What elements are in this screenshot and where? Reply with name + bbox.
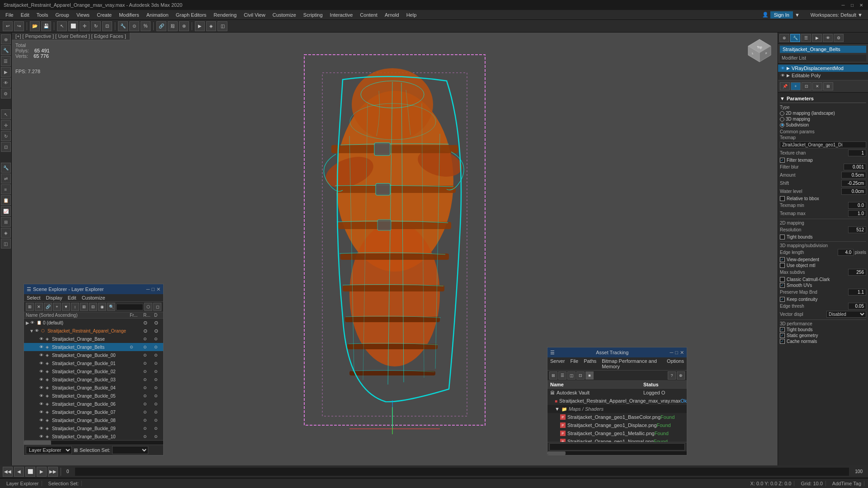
list-item[interactable]: 👁◈Straitjacket_Orange_Buckle_09⊙⊙ — [24, 424, 163, 432]
tb-unlink[interactable]: ⛓ — [168, 21, 178, 31]
relative-bbox-row[interactable]: Relative to bbox — [780, 196, 866, 201]
radio-3d-mapping[interactable]: 3D mapping — [780, 117, 866, 122]
radio-2d-mapping[interactable]: 2D mapping (landscape) — [780, 111, 866, 116]
at-tb-grid[interactable]: ◫ — [567, 371, 576, 380]
ls-curve-editor[interactable]: 📈 — [1, 206, 11, 216]
rp-mod-icon-configure[interactable]: ⊡ — [802, 82, 811, 90]
menu-civil-view[interactable]: Civil View — [240, 11, 269, 19]
list-item[interactable]: P Straitjacket_Orange_geo1_BaseColor.png… — [547, 413, 687, 421]
menu-help[interactable]: Help — [403, 11, 420, 19]
menu-graph-editors[interactable]: Graph Editors — [172, 11, 210, 19]
at-scrollbar[interactable] — [547, 451, 687, 455]
workspace-label[interactable]: Default ▼ — [840, 12, 863, 18]
max-subdivs-input[interactable] — [848, 269, 866, 276]
params-collapse-icon[interactable]: ▼ — [780, 96, 785, 101]
tb2-play[interactable]: ◀◀ — [3, 467, 13, 477]
list-item[interactable]: P Straitjacket_Orange_geo1_Displace.png … — [547, 421, 687, 429]
at-tb-new[interactable]: ⊞ — [549, 371, 557, 380]
ls-schematic[interactable]: ⊞ — [1, 217, 11, 227]
se-content[interactable]: ▶ 👁 📋 0 (default) ⊙ ⊙ ▼ 👁 ⬡ Straitjacket… — [24, 319, 163, 440]
se-tb-search[interactable]: 🔍 — [107, 303, 115, 311]
list-item[interactable]: 👁◈Straitjacket_Orange_Buckle_10⊙⊙ — [24, 432, 163, 440]
ls-material-editor[interactable]: ◈ — [1, 228, 11, 238]
visibility-icon[interactable]: 👁 — [39, 345, 46, 349]
list-item[interactable]: 👁◈Straitjacket_Orange_Buckle_08⊙⊙ — [24, 416, 163, 424]
preserve-map-bnd-input[interactable] — [848, 289, 866, 296]
visibility-icon[interactable]: 👁 — [30, 320, 37, 325]
se-menu-select[interactable]: Select — [24, 294, 43, 301]
se-menu-customize[interactable]: Customize — [79, 294, 108, 301]
se-selection-set-select[interactable] — [112, 446, 148, 454]
cache-normals-checkbox[interactable]: ✓ — [780, 339, 785, 344]
se-menu-edit[interactable]: Edit — [65, 294, 79, 301]
menu-animation[interactable]: Animation — [143, 11, 172, 19]
ls-motion[interactable]: ▶ — [1, 67, 11, 77]
modifier-expand-icon[interactable]: ▶ — [787, 66, 790, 70]
list-item[interactable]: 👁 ◈ Straitjacket_Orange_Base ⊙ ⊙ — [24, 335, 163, 343]
tb2-end[interactable]: ▶▶ — [48, 467, 58, 477]
menu-group[interactable]: Group — [52, 11, 73, 19]
modifier-expand-icon[interactable]: ▶ — [787, 73, 790, 78]
se-tb-delete[interactable]: ✕ — [35, 303, 43, 311]
menu-scripting[interactable]: Scripting — [300, 11, 326, 19]
tb-link[interactable]: 🔗 — [156, 21, 166, 31]
rp-icon-display[interactable]: 👁 — [823, 34, 833, 42]
radio-subdivision[interactable]: Subdivision — [780, 122, 866, 127]
modifier-visibility-icon[interactable]: 👁 — [781, 66, 785, 70]
list-item[interactable]: 👁◈Straitjacket_Orange_Buckle_04⊙⊙ — [24, 384, 163, 392]
menu-file[interactable]: File — [2, 11, 17, 19]
list-item[interactable]: 👁◈Straitjacket_Orange_Buckle_05⊙⊙ — [24, 392, 163, 400]
menu-customize[interactable]: Customize — [269, 11, 300, 19]
tb-render-frame[interactable]: ◫ — [217, 21, 227, 31]
at-tb-help2[interactable]: ⊕ — [677, 371, 685, 380]
at-tb-icons[interactable]: ■ — [585, 371, 594, 380]
list-item[interactable]: 👁◈Straitjacket_Orange_Buckle_06⊙⊙ — [24, 400, 163, 408]
tb2-prev[interactable]: ◀ — [14, 467, 24, 477]
texmap-max-input[interactable] — [848, 210, 866, 217]
se-tb-collapse-all[interactable]: ⊟ — [89, 303, 97, 311]
at-scroll-thumb[interactable] — [547, 451, 566, 455]
timeline-bar[interactable] — [75, 468, 849, 476]
view-dependent-row[interactable]: ✓ View-dependent — [780, 257, 866, 262]
filter-blur-input[interactable] — [844, 164, 866, 170]
tb-bind-space-warp[interactable]: ⊛ — [179, 21, 189, 31]
static-geometry-row[interactable]: ✓ Static geometry — [780, 333, 866, 338]
tb-render[interactable]: ▶ — [195, 21, 205, 31]
menu-create[interactable]: Create — [93, 11, 115, 19]
at-tb-details[interactable]: ⊡ — [576, 371, 585, 380]
se-horizontal-scroll[interactable] — [24, 440, 163, 445]
texmap-value[interactable]: ZtraitJacket_Orange_geo1_Di — [780, 141, 866, 148]
menu-interactive[interactable]: Interactive — [326, 11, 357, 19]
classic-catmull-row[interactable]: Classic Catmull-Clark — [780, 277, 866, 282]
at-close-button[interactable]: ✕ — [680, 350, 684, 356]
at-minimize-button[interactable]: ─ — [670, 350, 674, 356]
tight-bounds-2-checkbox[interactable]: ✓ — [780, 327, 785, 332]
se-tb-add[interactable]: + — [53, 303, 61, 311]
se-search-input[interactable] — [116, 304, 143, 310]
expand-icon[interactable]: ▶ — [26, 320, 29, 325]
list-item[interactable]: 🏛 Autodesk Vault Logged O — [547, 389, 687, 397]
relative-bbox-checkbox[interactable] — [780, 196, 785, 201]
rp-mod-icon-options[interactable]: ⊞ — [823, 82, 833, 90]
list-item[interactable]: P Straitjacket_Orange_geo1_Metallic.png … — [547, 429, 687, 437]
list-item[interactable]: 👁◈Straitjacket_Orange_Buckle_00⊙⊙ — [24, 351, 163, 359]
menu-views[interactable]: Views — [73, 11, 93, 19]
rp-icon-create[interactable]: ⊕ — [779, 34, 789, 42]
list-item[interactable]: P Straitjacket_Orange_geo1_Normal.png Fo… — [547, 437, 687, 442]
signin-button[interactable]: Sign In — [770, 11, 793, 19]
resolution-input[interactable] — [848, 226, 866, 233]
tight-bounds-row[interactable]: Tight bounds — [780, 235, 866, 239]
at-menu-options[interactable]: Options — [664, 357, 687, 370]
ls-scale[interactable]: ⊡ — [1, 142, 11, 152]
se-menu-display[interactable]: Display — [43, 294, 65, 301]
keep-continuity-checkbox[interactable]: ✓ — [780, 297, 785, 302]
at-tb-list[interactable]: ☰ — [558, 371, 566, 380]
list-item[interactable]: 👁 ◈ Straitjacket_Orange_Belts ⊙ ⊙ ⊙ — [24, 343, 163, 351]
classic-catmull-checkbox[interactable] — [780, 277, 785, 282]
se-tb-local[interactable]: ◉ — [98, 303, 106, 311]
se-tb-link[interactable]: 🔗 — [44, 303, 52, 311]
list-item[interactable]: 👁◈Straitjacket_Orange_Buckle_07⊙⊙ — [24, 408, 163, 416]
use-object-mtl-row[interactable]: Use object mtl — [780, 263, 866, 268]
signin-dropdown-icon[interactable]: ▼ — [795, 12, 800, 18]
ls-move[interactable]: ✛ — [1, 120, 11, 130]
